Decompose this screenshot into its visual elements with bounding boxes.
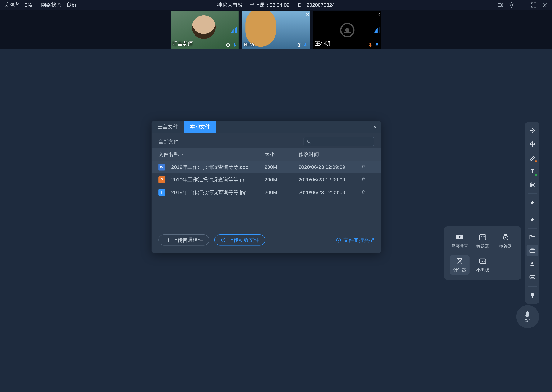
delete-file-button[interactable] (358, 164, 369, 170)
search-icon (306, 139, 312, 144)
svg-point-25 (531, 262, 533, 264)
participant-name: 叮当老师 (172, 40, 193, 48)
svg-point-29 (533, 277, 534, 278)
svg-point-14 (307, 140, 310, 143)
fullscreen-button[interactable] (531, 2, 537, 8)
file-type-icon: I (158, 189, 165, 196)
screen-share-button[interactable]: 屏幕共享 (450, 231, 470, 251)
responder-button[interactable]: 抢答器 (496, 231, 516, 251)
file-row[interactable]: I2019年工作汇报情况查询等等.jpg 200M 2020/06/23 12:… (152, 186, 381, 199)
svg-point-21 (530, 183, 532, 184)
file-size: 200M (264, 177, 298, 183)
tools-popover: 屏幕共享 答题器 抢答器 计时器 2+3 小黑板 (444, 226, 521, 280)
upload-normal-button[interactable]: 上传普通课件 (158, 234, 209, 245)
right-toolbar (525, 122, 539, 304)
file-row[interactable]: P2019年工作汇报情况查询等等.ppt 200M 2020/06/23 12:… (152, 173, 381, 186)
session-id: ID：2020070324 (296, 1, 335, 9)
bell-tool[interactable] (526, 289, 538, 301)
column-time[interactable]: 修改时间 (298, 151, 358, 158)
delete-file-button[interactable] (358, 189, 369, 196)
svg-rect-0 (498, 4, 501, 7)
raise-hand-count: 0/2 (525, 318, 531, 323)
dialog-tabs: 云盘文件 本地文件 × (152, 121, 381, 133)
svg-rect-7 (234, 43, 235, 46)
svg-point-22 (530, 185, 532, 187)
toolbox-tool[interactable] (526, 245, 538, 257)
participant-name: 王小明 (315, 40, 330, 48)
tile-close-button[interactable]: × (306, 12, 309, 17)
mic-icon (232, 42, 237, 48)
svg-rect-32 (479, 235, 486, 240)
column-size[interactable]: 大小 (264, 151, 298, 158)
tab-local-files[interactable]: 本地文件 (184, 121, 216, 133)
search-input[interactable] (304, 137, 374, 146)
minimize-button[interactable] (520, 2, 526, 8)
svg-point-28 (532, 277, 532, 278)
camera-icon (297, 42, 302, 48)
svg-point-27 (530, 277, 531, 278)
pen-tool[interactable] (526, 152, 538, 164)
camera-off-icon (340, 23, 354, 37)
delete-file-button[interactable] (358, 177, 369, 183)
camera-toggle-button[interactable] (498, 2, 503, 8)
packet-loss: 丢包率：0% (4, 2, 32, 8)
file-type-icon: P (158, 176, 165, 183)
svg-point-9 (299, 44, 300, 46)
mic-icon (303, 42, 308, 48)
video-tile[interactable]: × 王小明 (313, 11, 381, 49)
camera-icon (225, 42, 231, 48)
svg-rect-24 (530, 250, 535, 253)
lesson-title: 神秘大自然 (217, 1, 242, 9)
file-name: 2019年工作汇报情况查询等等.ppt (171, 176, 247, 183)
file-name: 2019年工作汇报情况查询等等.doc (171, 163, 248, 171)
file-dialog: 云盘文件 本地文件 × 全部文件 文件名称 大小 修改时间 W2019年工作汇报… (152, 121, 381, 253)
video-strip: 叮当老师 × Nina × 王小明 (0, 10, 552, 49)
svg-rect-13 (377, 43, 378, 46)
dialog-close-button[interactable]: × (369, 123, 381, 130)
file-size: 200M (264, 164, 298, 170)
file-time: 2020/06/23 12:09:09 (298, 189, 358, 196)
color-tool[interactable] (526, 214, 538, 225)
mini-board-button[interactable]: 2+3 小黑板 (473, 255, 493, 275)
top-bar: 丢包率：0% 网络状态：良好 神秘大自然 已上课：02:34:09 ID：202… (0, 0, 552, 10)
file-type-icon: W (158, 164, 165, 170)
file-list-header: 文件名称 大小 修改时间 (152, 148, 381, 161)
text-tool[interactable] (526, 165, 538, 177)
svg-point-20 (531, 130, 533, 131)
video-tile[interactable]: 叮当老师 (171, 11, 239, 49)
svg-point-23 (531, 218, 533, 221)
svg-rect-10 (305, 43, 306, 46)
close-window-button[interactable] (542, 2, 548, 8)
svg-point-6 (227, 44, 229, 46)
mic-muted-icon (368, 42, 373, 48)
gear-icon[interactable] (509, 2, 515, 8)
laser-tool[interactable] (526, 125, 538, 136)
chat-tool[interactable] (526, 272, 538, 284)
timer-button[interactable]: 计时器 (450, 255, 470, 275)
roster-tool[interactable] (526, 258, 538, 270)
file-name: 2019年工作汇报情况查询等等.jpg (171, 189, 247, 196)
move-tool[interactable] (526, 138, 538, 150)
eraser-tool[interactable] (526, 196, 538, 208)
file-row[interactable]: W2019年工作汇报情况查询等等.doc 200M 2020/06/23 12:… (152, 161, 381, 173)
tab-cloud-files[interactable]: 云盘文件 (152, 121, 184, 133)
column-name[interactable]: 文件名称 (158, 151, 264, 158)
svg-line-15 (310, 142, 311, 144)
scope-label: 全部文件 (158, 138, 179, 145)
scissors-tool[interactable] (526, 179, 538, 191)
net-status: 网络状态：良好 (41, 2, 77, 8)
supported-types-link[interactable]: 文件支持类型 (336, 236, 374, 244)
signal-icon (231, 27, 237, 34)
answer-tool-button[interactable]: 答题器 (473, 231, 493, 251)
upload-animated-button[interactable]: 上传动效文件 (214, 234, 265, 245)
svg-point-1 (511, 4, 513, 6)
raise-hand-button[interactable]: 0/2 (516, 305, 539, 328)
video-tile[interactable]: × Nina (242, 11, 310, 49)
tile-close-button[interactable]: × (378, 12, 380, 17)
file-size: 200M (264, 189, 298, 196)
folder-tool[interactable] (526, 231, 538, 243)
elapsed-time: 已上课：02:34:09 (249, 1, 290, 9)
file-time: 2020/06/23 12:09:09 (298, 177, 358, 183)
file-time: 2020/06/23 12:09:09 (298, 164, 358, 170)
sort-caret-icon (181, 152, 186, 156)
